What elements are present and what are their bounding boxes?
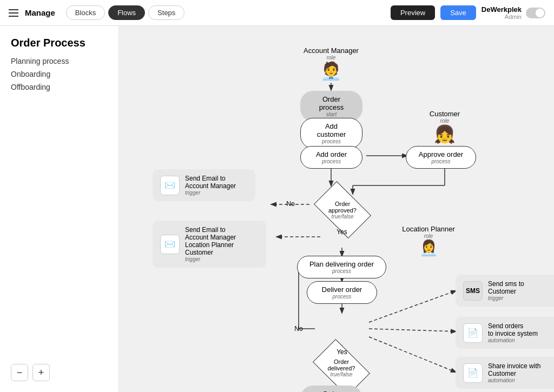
account-manager-avatar: 🧑‍💼: [320, 61, 342, 81]
main-area: Order Process Planning process Onboardin…: [0, 26, 554, 392]
yes-label-2: Yes: [331, 348, 353, 356]
sidebar-item-onboarding[interactable]: Onboarding: [11, 70, 108, 78]
header-actions: Preview Save DeWerkplek Admin: [391, 5, 545, 20]
send-email-am-lp-node[interactable]: ✉️ Send Email toAccount ManagerLocation …: [153, 221, 266, 268]
tab-steps[interactable]: Steps: [148, 5, 184, 20]
menu-icon[interactable]: [9, 9, 18, 17]
tab-flows[interactable]: Flows: [108, 5, 145, 20]
svg-line-19: [369, 329, 456, 331]
email-lp-icon: ✉️: [160, 235, 180, 254]
user-name: DeWerkplek: [482, 5, 522, 14]
add-customer-node[interactable]: Add customer process: [300, 118, 362, 149]
header: Manage Blocks Flows Steps Preview Save D…: [0, 0, 554, 26]
order-process-end-node[interactable]: Order process end: [300, 386, 362, 392]
theme-toggle[interactable]: [526, 8, 545, 18]
header-tabs: Blocks Flows Steps: [66, 5, 391, 20]
flow-diagram: Account Manager role 🧑‍💼 Order process s…: [120, 26, 553, 392]
no-label-1: No: [280, 200, 301, 208]
yes-label-1: Yes: [331, 228, 353, 236]
send-email-am-node[interactable]: ✉️ Send Email toAccount Manager trigger: [153, 169, 255, 201]
customer-node: Customer role 👧: [415, 110, 474, 144]
tab-blocks[interactable]: Blocks: [66, 5, 105, 20]
plan-delivering-node[interactable]: Plan delivering order process: [297, 256, 386, 278]
order-approved-diamond: Orderapproved? true/false: [313, 191, 372, 229]
customer-avatar: 👧: [434, 124, 456, 144]
invoice-icon: 📄: [463, 323, 483, 343]
order-process-start-node[interactable]: Order process start: [300, 91, 362, 122]
deliver-order-node[interactable]: Deliver order process: [307, 281, 377, 304]
no-label-2: No: [288, 325, 309, 333]
manage-label: Manage: [25, 8, 55, 17]
sidebar: Order Process Planning process Onboardin…: [0, 26, 119, 392]
user-area: DeWerkplek Admin: [482, 5, 545, 20]
save-button[interactable]: Save: [440, 5, 476, 20]
sidebar-title: Order Process: [11, 37, 108, 49]
location-planner-node: Location Planner role 👩‍💼: [396, 225, 461, 257]
share-invoice-node[interactable]: 📄 Share invoice withCustomer automation: [456, 357, 554, 389]
sms-icon: SMS: [463, 281, 483, 301]
send-orders-invoice-node[interactable]: 📄 Send ordersto invoice system automatio…: [456, 317, 554, 349]
preview-button[interactable]: Preview: [391, 5, 435, 20]
share-icon: 📄: [463, 363, 483, 383]
email-icon: ✉️: [160, 176, 180, 195]
sidebar-item-offboarding[interactable]: Offboarding: [11, 83, 108, 91]
svg-line-20: [369, 337, 456, 372]
zoom-controls: − +: [11, 364, 50, 381]
svg-line-18: [369, 291, 456, 322]
user-role: Admin: [482, 14, 522, 20]
account-manager-node: Account Manager role 🧑‍💼: [299, 46, 364, 81]
send-sms-node[interactable]: SMS Send sms to Customer trigger: [456, 275, 554, 307]
add-order-node[interactable]: Add order process: [300, 146, 362, 169]
user-info: DeWerkplek Admin: [482, 5, 522, 20]
zoom-out-button[interactable]: −: [11, 364, 28, 381]
location-planner-avatar: 👩‍💼: [419, 239, 438, 257]
approve-order-node[interactable]: Approve order process: [406, 146, 476, 169]
zoom-in-button[interactable]: +: [32, 364, 50, 381]
flow-canvas[interactable]: Account Manager role 🧑‍💼 Order process s…: [119, 26, 554, 392]
sidebar-item-planning[interactable]: Planning process: [11, 57, 108, 65]
